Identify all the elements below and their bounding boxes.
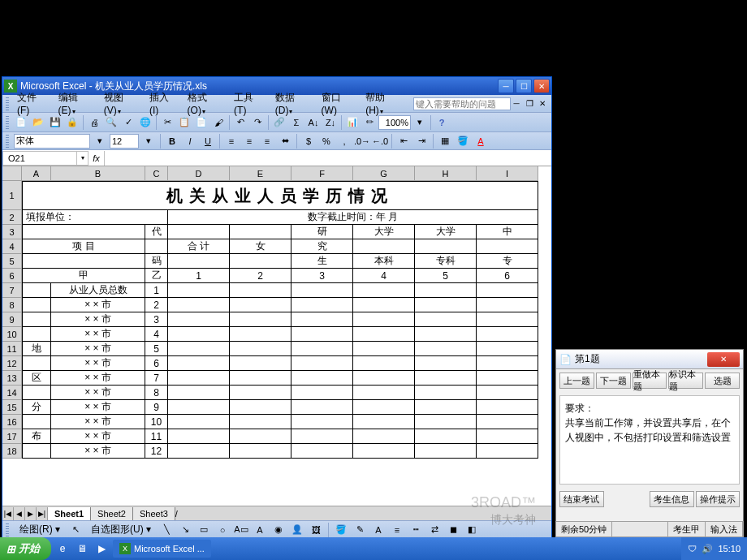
- cell[interactable]: 大学: [415, 225, 477, 239]
- cell[interactable]: [230, 298, 291, 312]
- col-header[interactable]: E: [230, 166, 291, 181]
- line-style-icon[interactable]: ≡: [389, 522, 405, 538]
- cell[interactable]: [22, 225, 145, 239]
- decrease-decimal-icon[interactable]: ←.0: [372, 133, 388, 149]
- formula-input[interactable]: [105, 151, 551, 166]
- cell[interactable]: × × 市: [51, 386, 145, 400]
- cell[interactable]: 本科: [353, 254, 415, 269]
- percent-icon[interactable]: %: [318, 133, 335, 149]
- cell[interactable]: [22, 283, 51, 298]
- align-right-icon[interactable]: ≡: [259, 133, 275, 149]
- cell[interactable]: [168, 429, 230, 444]
- cell[interactable]: [230, 371, 291, 386]
- cell[interactable]: [230, 225, 291, 239]
- permission-icon[interactable]: 🔒: [64, 114, 80, 131]
- research-icon[interactable]: 🌐: [137, 114, 153, 131]
- copy-icon[interactable]: 📋: [176, 114, 192, 131]
- cell[interactable]: 乙: [145, 269, 168, 283]
- name-box[interactable]: O21: [2, 151, 77, 166]
- row-header[interactable]: 16: [2, 415, 22, 429]
- cell[interactable]: 6: [477, 269, 538, 283]
- cell[interactable]: [168, 254, 230, 269]
- cell[interactable]: 8: [145, 386, 168, 400]
- dash-style-icon[interactable]: ┅: [408, 522, 424, 538]
- cell[interactable]: [415, 239, 477, 254]
- zoom-input[interactable]: [378, 115, 411, 130]
- cell[interactable]: 专科: [415, 254, 477, 269]
- cell[interactable]: 分: [22, 400, 51, 415]
- cell[interactable]: [415, 356, 477, 371]
- cell[interactable]: [415, 386, 477, 400]
- fill-color-icon[interactable]: 🪣: [455, 133, 471, 149]
- row-header[interactable]: 1: [2, 181, 22, 210]
- cell[interactable]: [353, 386, 415, 400]
- cell[interactable]: [353, 342, 415, 356]
- cell[interactable]: × × 市: [51, 356, 145, 371]
- 3d-icon[interactable]: ◧: [464, 522, 480, 538]
- col-header[interactable]: F: [291, 166, 353, 181]
- cell[interactable]: [477, 298, 538, 312]
- prev-question-button[interactable]: 上一题: [559, 373, 594, 389]
- cell[interactable]: [291, 400, 353, 415]
- cell[interactable]: 5: [415, 269, 477, 283]
- row-header[interactable]: 2: [2, 210, 22, 225]
- ie-icon[interactable]: e: [54, 541, 71, 557]
- cell[interactable]: 布: [22, 429, 51, 444]
- cell[interactable]: 生: [291, 254, 353, 269]
- cells-grid[interactable]: 机关从业人员学历情况填报单位：数字截止时间：年 月代研大学大学中项 目合 计女究…: [22, 181, 538, 459]
- row-header[interactable]: 18: [2, 444, 22, 459]
- cell[interactable]: 研: [291, 225, 353, 239]
- cell[interactable]: × × 市: [51, 312, 145, 327]
- cell[interactable]: [168, 225, 230, 239]
- cell[interactable]: [22, 444, 51, 459]
- cell[interactable]: [415, 429, 477, 444]
- name-dropdown-icon[interactable]: ▾: [77, 151, 89, 166]
- row-header[interactable]: 10: [2, 327, 22, 342]
- cell[interactable]: [291, 327, 353, 342]
- doc-restore-button[interactable]: ❐: [524, 98, 535, 110]
- preview-icon[interactable]: 🔍: [103, 114, 119, 131]
- new-icon[interactable]: 📄: [13, 114, 29, 131]
- cell[interactable]: 究: [291, 239, 353, 254]
- cell[interactable]: [353, 356, 415, 371]
- cell[interactable]: [230, 444, 291, 459]
- task-excel[interactable]: X Microsoft Excel ...: [113, 540, 211, 558]
- cell[interactable]: 11: [145, 429, 168, 444]
- media-icon[interactable]: ▶: [93, 541, 110, 557]
- open-icon[interactable]: 📂: [30, 114, 46, 131]
- help-icon[interactable]: ?: [434, 114, 450, 131]
- increase-indent-icon[interactable]: ⇥: [413, 133, 430, 149]
- row-header[interactable]: 4: [2, 239, 22, 254]
- cell[interactable]: [353, 444, 415, 459]
- cell[interactable]: [477, 283, 538, 298]
- row-header[interactable]: 14: [2, 386, 22, 400]
- cell[interactable]: 1: [145, 283, 168, 298]
- col-header[interactable]: I: [477, 166, 538, 181]
- cell[interactable]: 数字截止时间：年 月: [168, 210, 538, 225]
- cell[interactable]: [168, 386, 230, 400]
- cell[interactable]: [291, 386, 353, 400]
- cell[interactable]: 7: [145, 371, 168, 386]
- maximize-button[interactable]: ☐: [516, 79, 532, 93]
- cell[interactable]: 2: [230, 269, 291, 283]
- line-color-icon[interactable]: ✎: [352, 522, 368, 538]
- cell[interactable]: 代: [145, 225, 168, 239]
- cell[interactable]: [168, 356, 230, 371]
- cell[interactable]: 女: [230, 239, 291, 254]
- cell[interactable]: [415, 312, 477, 327]
- cell[interactable]: 地: [22, 342, 51, 356]
- cell[interactable]: [353, 239, 415, 254]
- currency-icon[interactable]: $: [300, 133, 317, 149]
- merge-icon[interactable]: ⬌: [277, 133, 293, 149]
- col-header[interactable]: D: [168, 166, 230, 181]
- borders-icon[interactable]: ▦: [437, 133, 453, 149]
- cell[interactable]: [230, 415, 291, 429]
- cell[interactable]: [353, 298, 415, 312]
- line-icon[interactable]: ╲: [158, 522, 175, 538]
- cell[interactable]: [291, 342, 353, 356]
- desktop-icon[interactable]: 🖥: [74, 541, 90, 557]
- cell[interactable]: [477, 312, 538, 327]
- increase-decimal-icon[interactable]: .0→: [354, 133, 370, 149]
- sort-desc-icon[interactable]: Z↓: [322, 114, 339, 131]
- cell[interactable]: [415, 298, 477, 312]
